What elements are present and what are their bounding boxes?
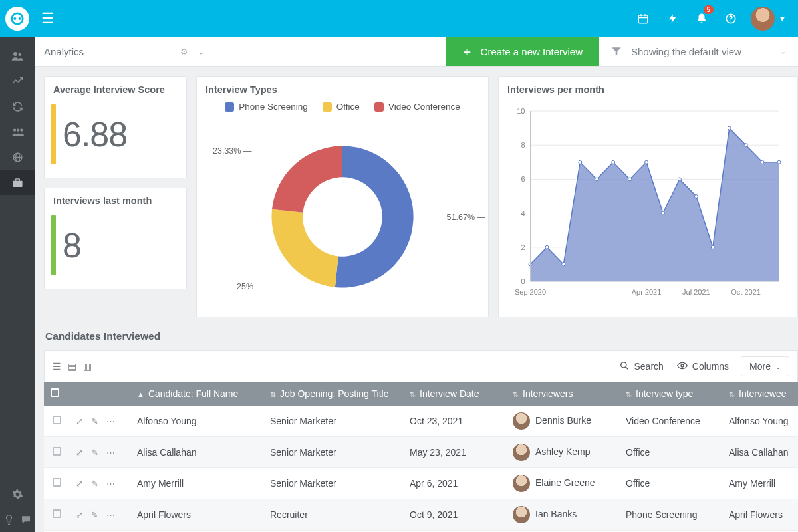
notifications-icon[interactable]: 5 [687,0,716,37]
edit-icon[interactable]: ✎ [91,448,98,458]
svg-marker-32 [531,128,779,281]
table-row[interactable]: ⤢✎⋯Amy MerrillSenior MarketerApr 6, 2021… [44,468,798,499]
svg-point-41 [661,211,664,215]
more-button[interactable]: More ⌄ [741,356,789,376]
search-button[interactable]: Search [613,357,670,376]
svg-point-42 [678,178,681,181]
rail-briefcase-icon[interactable] [0,170,35,195]
rail-team-icon[interactable] [0,119,35,144]
expand-icon[interactable]: ⤢ [76,416,83,426]
expand-icon[interactable]: ⤢ [76,510,83,520]
svg-point-47 [761,160,764,164]
rail-analytics-icon[interactable] [0,68,35,94]
help-icon[interactable] [716,0,745,37]
interviewer-avatar [513,506,530,523]
line-chart: 0246810Sep 2020Apr 2021Jul 2021Oct 2021 [499,100,797,315]
kpi-avg-score-card: Average Interview Score 6.88 [44,76,187,178]
legend-item[interactable]: Phone Screening [225,102,308,112]
more-icon[interactable]: ⋯ [106,479,115,489]
bolt-icon[interactable] [658,0,687,37]
svg-point-36 [579,160,582,164]
table-row[interactable]: ⤢✎⋯April FlowersRecruiterOct 9, 2021Ian … [44,499,798,531]
page-title: Analytics [44,46,176,57]
row-checkbox[interactable] [53,416,61,424]
header-job[interactable]: ⇅Job Opening: Posting Title [263,382,403,406]
chevron-down-icon: ⌄ [775,363,781,370]
row-checkbox[interactable] [53,478,61,487]
svg-point-38 [612,160,615,164]
rail-idea-icon[interactable] [0,507,17,532]
page-subheader: Analytics ⚙ ⌄ ＋ Create a new Interview S… [35,37,798,67]
header-interviewers[interactable]: ⇅Interviewers [506,382,619,406]
header-checkbox[interactable] [44,382,69,406]
columns-button[interactable]: Columns [670,357,735,376]
svg-text:0: 0 [521,277,525,285]
cell-interviewee: Alfonso Young [722,406,798,437]
header-interviewee[interactable]: ⇅Interviewee [722,382,798,406]
cell-date: May 23, 2021 [403,437,506,468]
cell-job: Recruiter [263,499,403,531]
calendar-icon[interactable] [628,0,658,37]
svg-text:Apr 2021: Apr 2021 [632,288,662,296]
user-avatar[interactable] [751,7,775,31]
edit-icon[interactable]: ✎ [91,510,98,520]
view-cards-icon[interactable]: ▤ [68,361,76,372]
expand-icon[interactable]: ⤢ [76,479,83,489]
more-icon[interactable]: ⋯ [106,510,115,520]
view-selector[interactable]: Showing the default view ⌄ [598,37,798,66]
svg-point-39 [628,178,632,181]
create-button-label: Create a new Interview [481,46,583,57]
svg-text:Oct 2021: Oct 2021 [731,288,761,296]
table-row[interactable]: ⤢✎⋯Alisa CallahanSenior MarketerMay 23, … [44,437,798,468]
create-interview-button[interactable]: ＋ Create a new Interview [446,37,598,66]
swatch-icon [323,102,332,112]
svg-point-45 [728,126,731,130]
svg-text:Jul 2021: Jul 2021 [682,288,710,296]
svg-point-34 [545,245,549,249]
svg-point-8 [730,21,732,22]
donut-slice-label: — 25% [226,282,253,291]
legend-item[interactable]: Video Conference [374,102,460,112]
svg-text:6: 6 [521,175,525,183]
svg-text:8: 8 [521,141,525,149]
expand-icon[interactable]: ⤢ [76,448,83,458]
header-type[interactable]: ⇅Interview type [619,382,722,406]
header-name[interactable]: ▲Candidate: Full Name [130,382,263,406]
row-checkbox[interactable] [53,447,61,456]
svg-rect-17 [13,180,22,186]
more-icon[interactable]: ⋯ [106,448,115,458]
cell-name: Alfonso Young [130,406,263,437]
legend-item[interactable]: Office [323,102,360,112]
eye-icon [677,361,688,372]
header-date[interactable]: ⇅Interview Date [403,382,506,406]
page-title-caret-icon[interactable]: ⌄ [193,47,209,57]
menu-toggle-icon[interactable]: ☰ [36,7,60,30]
table-row[interactable]: ⤢✎⋯Alfonso YoungSenior MarketerOct 23, 2… [44,406,798,437]
more-icon[interactable]: ⋯ [106,416,115,426]
rail-contacts-icon[interactable] [0,43,35,68]
app-logo[interactable] [5,7,29,31]
page-settings-icon[interactable]: ⚙ [176,47,193,57]
cell-interviewer: Elaine Greene [506,468,619,499]
row-checkbox[interactable] [53,509,61,518]
cell-job: Senior Marketer [263,406,403,437]
cell-date: Oct 23, 2021 [403,406,506,437]
user-menu-caret-icon[interactable]: ▼ [779,15,786,23]
cell-job: Senior Marketer [263,437,403,468]
view-kanban-icon[interactable]: ▥ [83,361,92,372]
svg-point-2 [19,17,21,19]
kpi-last-month-card: Interviews last month 8 [44,188,187,289]
table-section-title: Candidates Interviewed [44,329,798,350]
svg-text:4: 4 [521,209,525,217]
cell-interviewee: April Flowers [722,499,798,531]
rail-globe-icon[interactable] [0,144,35,170]
edit-icon[interactable]: ✎ [91,479,98,489]
view-list-icon[interactable]: ☰ [53,361,61,372]
edit-icon[interactable]: ✎ [91,416,98,426]
svg-point-55 [621,362,626,367]
svg-point-37 [595,178,598,181]
rail-sync-icon[interactable] [0,94,35,119]
swatch-icon [225,102,234,112]
rail-settings-icon[interactable] [0,481,35,507]
rail-chat-icon[interactable] [17,507,35,532]
